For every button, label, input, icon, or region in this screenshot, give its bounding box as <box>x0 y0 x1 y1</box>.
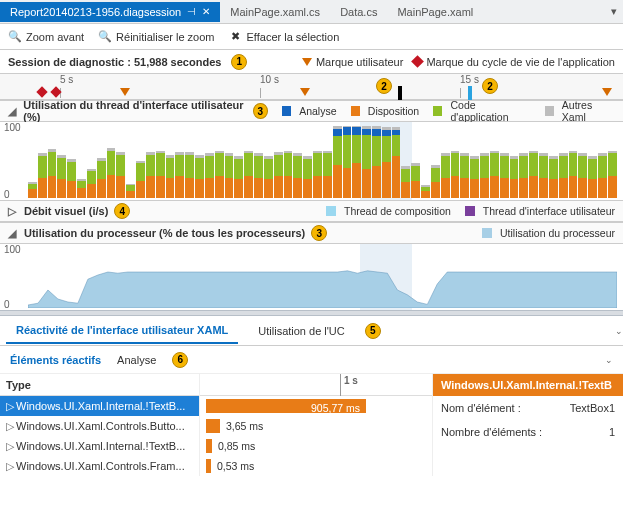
swatch-cpu <box>482 228 492 238</box>
type-column: Type ▷ Windows.UI.Xaml.Internal.!TextB..… <box>0 374 200 476</box>
bar-row: 905,77 ms <box>200 396 432 416</box>
tab-data-cs[interactable]: Data.cs <box>330 2 387 22</box>
callout-6: 6 <box>172 352 188 368</box>
y-axis-label: 100 <box>4 122 21 133</box>
user-marker <box>602 88 612 96</box>
user-marker <box>300 88 310 96</box>
bars-column: 1 s 905,77 ms3,65 ms0,85 ms0,53 ms <box>200 374 433 476</box>
swatch-appcode <box>433 106 442 116</box>
ruler-tick: 5 s <box>60 74 73 85</box>
cpu-area <box>28 248 617 308</box>
zoom-in-icon: 🔍 <box>8 30 22 44</box>
duration-bar <box>206 439 212 453</box>
ui-thread-title: Utilisation du thread d'interface utilis… <box>23 99 247 123</box>
duration-bar <box>206 419 220 433</box>
table-row[interactable]: ▷ Windows.UI.Xaml.Internal.!TextB... <box>0 396 199 416</box>
sub-tabs: Éléments réactifs Analyse 6 ⌄ <box>0 346 623 374</box>
time-tick: 1 s <box>340 374 358 396</box>
subtab-reactive-elements[interactable]: Éléments réactifs <box>10 354 101 366</box>
swatch-composition <box>326 206 336 216</box>
swatch-layout <box>351 106 360 116</box>
reset-zoom-button[interactable]: 🔍 Réinitialiser le zoom <box>98 30 214 44</box>
swatch-ui <box>465 206 475 216</box>
tab-label: Report20140213-1956.diagsession <box>10 6 181 18</box>
document-tabbar: Report20140213-1956.diagsession ⊣ ✕ Main… <box>0 0 623 24</box>
chevron-down-icon[interactable]: ⌄ <box>615 326 623 336</box>
callout-1: 1 <box>231 54 247 70</box>
tab-cpu-usage[interactable]: Utilisation de l'UC <box>248 319 354 343</box>
expand-icon[interactable]: ▷ <box>8 205 18 218</box>
table-row[interactable]: ▷ Windows.UI.Xaml.Internal.!TextB... <box>0 436 199 456</box>
prop-element-count: Nombre d'éléments : 1 <box>433 420 623 444</box>
lifecycle-mark-icon <box>412 55 425 68</box>
duration-bar: 905,77 ms <box>206 399 366 413</box>
prop-element-name: Nom d'élément : TextBox1 <box>433 396 623 420</box>
properties-panel: Windows.UI.Xaml.Internal.!TextB Nom d'él… <box>433 374 623 476</box>
clear-selection-label: Effacer la sélection <box>247 31 340 43</box>
chevron-down-icon[interactable]: ⌄ <box>605 355 613 365</box>
expand-icon[interactable]: ▷ <box>6 400 16 413</box>
duration-label: 905,77 ms <box>311 402 360 414</box>
expand-icon[interactable]: ▷ <box>6 460 16 473</box>
callout-2b: 2 <box>482 78 498 94</box>
bar-row: 0,85 ms <box>200 436 432 456</box>
tab-mainpage-xaml[interactable]: MainPage.xaml <box>387 2 483 22</box>
duration-label: 3,65 ms <box>226 420 263 432</box>
cpu-section-header: ◢ Utilisation du processeur (% de tous l… <box>0 222 623 244</box>
callout-2a: 2 <box>376 78 392 94</box>
bar-row: 3,65 ms <box>200 416 432 436</box>
user-marker <box>120 88 130 96</box>
reset-zoom-label: Réinitialiser le zoom <box>116 31 214 43</box>
detail-tabs: Réactivité de l'interface utilisateur XA… <box>0 316 623 346</box>
clear-selection-button[interactable]: ✖ Effacer la sélection <box>229 30 340 44</box>
ruler-tick: 15 s <box>460 74 479 85</box>
duration-bar <box>206 459 211 473</box>
legend-user-mark: Marque utilisateur <box>302 56 403 68</box>
y-axis-label: 0 <box>4 189 10 200</box>
ruler-tick: 10 s <box>260 74 279 85</box>
user-mark-icon <box>302 58 312 66</box>
timeline-ruler[interactable]: 5 s 10 s 15 s 2 2 <box>0 74 623 100</box>
session-label: Session de diagnostic : 51,988 secondes <box>8 56 221 68</box>
visual-throughput-header: ▷ Débit visuel (i/s) 4 Thread de composi… <box>0 200 623 222</box>
tab-mainpage-cs[interactable]: MainPage.xaml.cs <box>220 2 330 22</box>
callout-5: 5 <box>365 323 381 339</box>
bars-header: 1 s <box>200 374 432 396</box>
table-row[interactable]: ▷ Windows.UI.Xaml.Controls.Butto... <box>0 416 199 436</box>
session-bar: Session de diagnostic : 51,988 secondes … <box>0 50 623 74</box>
bar-row: 0,53 ms <box>200 456 432 476</box>
duration-label: 0,53 ms <box>217 460 254 472</box>
tab-active-report[interactable]: Report20140213-1956.diagsession ⊣ ✕ <box>0 2 220 22</box>
ui-thread-chart[interactable]: 100 0 <box>0 122 623 200</box>
tab-xaml-responsiveness[interactable]: Réactivité de l'interface utilisateur XA… <box>6 318 238 344</box>
cpu-title: Utilisation du processeur (% de tous les… <box>24 227 305 239</box>
cpu-chart[interactable]: 100 0 <box>0 244 623 310</box>
event-marker <box>398 86 402 100</box>
pin-icon[interactable]: ⊣ <box>187 6 196 17</box>
collapse-icon[interactable]: ◢ <box>8 105 17 118</box>
clear-selection-icon: ✖ <box>229 30 243 44</box>
visual-title: Débit visuel (i/s) <box>24 205 108 217</box>
toolbar: 🔍 Zoom avant 🔍 Réinitialiser le zoom ✖ E… <box>0 24 623 50</box>
window-selector-icon[interactable]: ▾ <box>605 5 623 18</box>
callout-4: 4 <box>114 203 130 219</box>
subtab-analyze[interactable]: Analyse <box>117 354 156 366</box>
event-marker <box>468 86 472 100</box>
swatch-parse <box>282 106 291 116</box>
callout-3b: 3 <box>311 225 327 241</box>
zoom-in-button[interactable]: 🔍 Zoom avant <box>8 30 84 44</box>
ui-thread-bars <box>28 126 617 198</box>
legend-lifecycle-mark: Marque du cycle de vie de l'application <box>413 56 615 68</box>
close-icon[interactable]: ✕ <box>202 6 210 17</box>
duration-label: 0,85 ms <box>218 440 255 452</box>
zoom-in-label: Zoom avant <box>26 31 84 43</box>
properties-header: Windows.UI.Xaml.Internal.!TextB <box>433 374 623 396</box>
reset-zoom-icon: 🔍 <box>98 30 112 44</box>
collapse-icon[interactable]: ◢ <box>8 227 18 240</box>
type-header[interactable]: Type <box>0 374 199 396</box>
expand-icon[interactable]: ▷ <box>6 440 16 453</box>
expand-icon[interactable]: ▷ <box>6 420 16 433</box>
callout-3a: 3 <box>253 103 268 119</box>
swatch-otherxaml <box>545 106 554 116</box>
table-row[interactable]: ▷ Windows.UI.Xaml.Controls.Fram... <box>0 456 199 476</box>
